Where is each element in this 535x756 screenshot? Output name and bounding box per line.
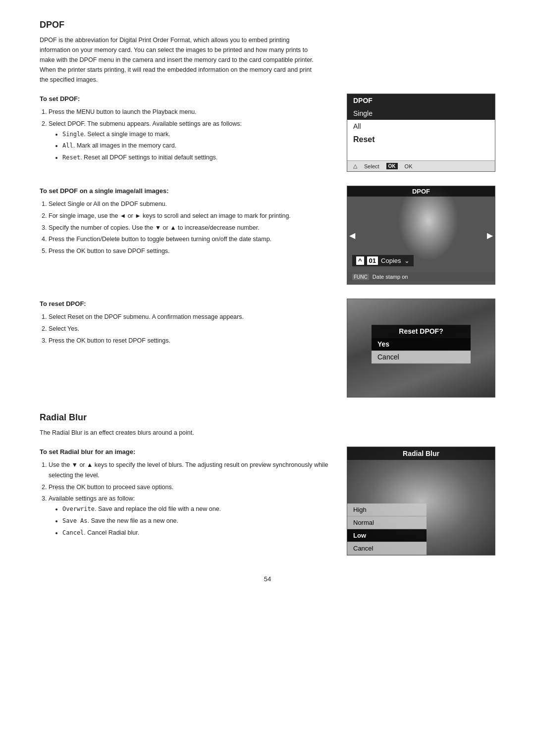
dpof-intro: DPOF is the abbreviation for Digital Pri… bbox=[40, 35, 317, 85]
footer-ok-icon: OK bbox=[386, 163, 398, 169]
dpof-single-title: To set DPOF on a single image/all images… bbox=[40, 186, 332, 196]
dpof-copies-screen-panel: DPOF ◀ ▶ ^ 01 Copies ⌄ FUNC Date stamp o… bbox=[347, 186, 495, 285]
dpof-single-instructions: To set DPOF on a single image/all images… bbox=[40, 186, 332, 258]
date-stamp-label: Date stamp on bbox=[373, 274, 408, 280]
nav-left-icon: ◀ bbox=[349, 231, 355, 240]
radial-screen-title: Radial Blur bbox=[347, 447, 495, 460]
dpof-reset-title: To reset DPOF: bbox=[40, 299, 332, 309]
dpof-menu-footer: △ Select OK OK bbox=[347, 160, 495, 171]
dpof-menu-reset: Reset bbox=[347, 133, 495, 147]
dpof-single-step-1: Select Single or All on the DPOF submenu… bbox=[49, 199, 332, 209]
cat-image bbox=[347, 186, 495, 284]
copies-down-arrow: ⌄ bbox=[404, 257, 410, 264]
radial-normal: Normal bbox=[347, 516, 427, 529]
radial-high: High bbox=[347, 504, 427, 516]
dpof-single-step-4: Press the Function/Delete button to togg… bbox=[49, 234, 332, 245]
radial-blur-heading: Radial Blur bbox=[40, 412, 495, 423]
radial-step-1: Use the ▼ or ▲ keys to specify the level… bbox=[49, 460, 332, 480]
radial-blur-intro: The Radial Blur is an effect creates blu… bbox=[40, 428, 317, 438]
radial-bullet-cancel: Cancel. Cancel Radial blur. bbox=[62, 528, 332, 538]
reset-yes-option: Yes bbox=[372, 338, 471, 351]
copies-overlay: ^ 01 Copies ⌄ bbox=[352, 255, 414, 266]
dpof-bullet-all: All. Mark all images in the memory card. bbox=[62, 141, 332, 151]
func-badge: FUNC bbox=[352, 274, 369, 280]
reset-dialog-title: Reset DPOF? bbox=[372, 325, 471, 338]
page-number: 54 bbox=[40, 575, 495, 583]
dpof-step-2: Select DPOF. The submenu appears. Availa… bbox=[49, 119, 332, 163]
dpof-heading: DPOF bbox=[40, 20, 495, 30]
radial-blur-instructions: To set Radial blur for an image: Use the… bbox=[40, 447, 332, 539]
radial-cancel: Cancel bbox=[347, 542, 427, 555]
dpof-menu-single: Single bbox=[347, 107, 495, 120]
footer-select-label: Select bbox=[364, 163, 379, 169]
copies-label: Copies bbox=[381, 257, 401, 264]
dpof-single-step-3: Specify the number of copies. Use the ▼ … bbox=[49, 223, 332, 233]
dpof-reset-step-1: Select Reset on the DPOF submenu. A conf… bbox=[49, 312, 332, 322]
dpof-reset-instructions: To reset DPOF: Select Reset on the DPOF … bbox=[40, 299, 332, 347]
nav-right-icon: ▶ bbox=[487, 231, 493, 240]
radial-blur-set-title: To set Radial blur for an image: bbox=[40, 447, 332, 457]
dpof-copies-screen: DPOF ◀ ▶ ^ 01 Copies ⌄ FUNC Date stamp o… bbox=[347, 186, 495, 285]
dpof-section: DPOF DPOF is the abbreviation for Digita… bbox=[40, 20, 495, 398]
footer-select-icon: △ bbox=[353, 163, 357, 169]
dpof-reset-step-2: Select Yes. bbox=[49, 324, 332, 334]
radial-blur-screen-panel: Radial Blur High Normal Low Cancel bbox=[347, 447, 495, 555]
dpof-single-step-5: Press the OK button to save DPOF setting… bbox=[49, 246, 332, 256]
dpof-set-title: To set DPOF: bbox=[40, 94, 332, 104]
dpof-reset-step-3: Press the OK button to reset DPOF settin… bbox=[49, 336, 332, 346]
footer-ok-label: OK bbox=[405, 163, 413, 169]
dpof-step-1: Press the MENU button to launch the Play… bbox=[49, 107, 332, 117]
dpof-menu-title: DPOF bbox=[347, 94, 495, 107]
dpof-bullet-reset: Reset. Reset all DPOF settings to initia… bbox=[62, 152, 332, 163]
reset-dialog: Reset DPOF? Yes Cancel bbox=[372, 325, 471, 363]
radial-menu: High Normal Low Cancel bbox=[347, 504, 427, 555]
dpof-set-col: To set DPOF: Press the MENU button to la… bbox=[40, 94, 495, 172]
dpof-menu-widget: DPOF Single All Reset △ Select OK OK bbox=[347, 94, 495, 172]
dpof-single-col: To set DPOF on a single image/all images… bbox=[40, 186, 495, 285]
reset-cancel-option: Cancel bbox=[372, 351, 471, 363]
dpof-set-instructions: To set DPOF: Press the MENU button to la… bbox=[40, 94, 332, 164]
radial-bullet-overwrite: Overwrite. Save and replace the old file… bbox=[62, 504, 332, 514]
radial-blur-section: Radial Blur The Radial Blur is an effect… bbox=[40, 412, 495, 555]
radial-step-2: Press the OK button to proceed save opti… bbox=[49, 482, 332, 493]
copies-num-val: 01 bbox=[367, 256, 378, 265]
dpof-reset-col: To reset DPOF: Select Reset on the DPOF … bbox=[40, 299, 495, 398]
radial-bullet-saveas: Save As. Save the new file as a new one. bbox=[62, 516, 332, 526]
radial-blur-screen: Radial Blur High Normal Low Cancel bbox=[347, 447, 495, 555]
dpof-copies-title: DPOF bbox=[347, 186, 495, 197]
copies-number: ^ bbox=[356, 256, 364, 265]
radial-step-3: Available settings are as follow: Overwr… bbox=[49, 494, 332, 538]
radial-blur-col: To set Radial blur for an image: Use the… bbox=[40, 447, 495, 555]
dpof-bullet-single: Single. Select a single image to mark. bbox=[62, 129, 332, 140]
date-stamp-bar: FUNC Date stamp on bbox=[347, 272, 495, 281]
dpof-single-step-2: For single image, use the ◄ or ► keys to… bbox=[49, 211, 332, 221]
radial-low: Low bbox=[347, 529, 427, 542]
dpof-menu-screen: DPOF Single All Reset △ Select OK OK bbox=[347, 94, 495, 172]
dpof-reset-screen-panel: Reset DPOF? Yes Cancel bbox=[347, 299, 495, 398]
dpof-reset-screen: Reset DPOF? Yes Cancel bbox=[347, 299, 495, 398]
dpof-menu-all: All bbox=[347, 120, 495, 133]
